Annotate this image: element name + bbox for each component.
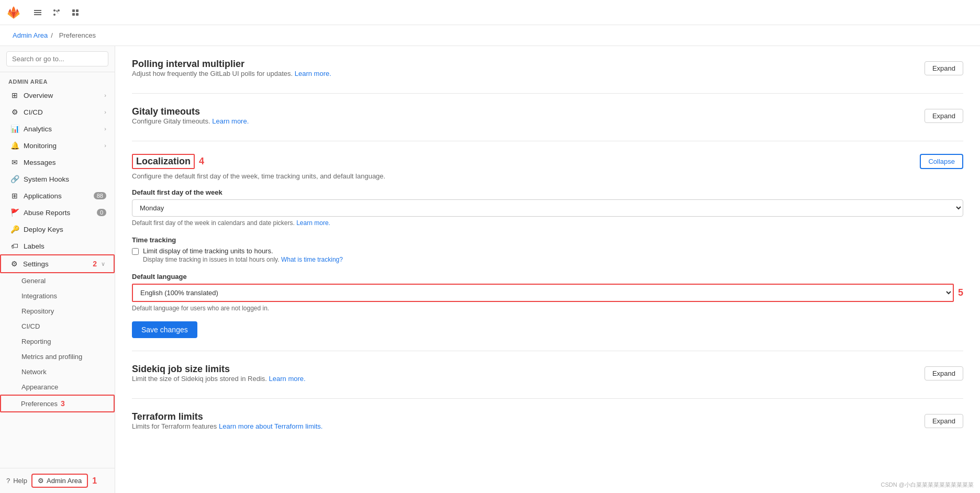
save-changes-btn[interactable]: Save changes — [132, 321, 197, 338]
sidebar-sub-network[interactable]: Network — [0, 364, 115, 379]
search-input[interactable] — [6, 51, 108, 66]
gitaly-title-group: Gitaly timeouts Configure Gitaly timeout… — [132, 106, 249, 125]
svg-rect-0 — [34, 10, 41, 11]
sidebar-item-overview[interactable]: ⊞ Overview › — [0, 87, 115, 104]
svg-rect-8 — [72, 13, 75, 16]
polling-expand-btn[interactable]: Expand — [925, 61, 963, 75]
svg-rect-2 — [34, 14, 41, 15]
default-lang-label: Default language — [132, 273, 963, 281]
sidebar-settings-label: Settings — [23, 260, 88, 268]
sidebar-item-cicd[interactable]: ⚙ CI/CD › — [0, 104, 115, 120]
sidebar-sub-appearance[interactable]: Appearance — [0, 379, 115, 395]
polling-title: Polling interval multiplier — [132, 59, 331, 70]
sidebar-abuse-reports-label: Abuse Reports — [24, 209, 93, 217]
sidebar-item-abuse-reports[interactable]: 🚩 Abuse Reports 0 — [0, 204, 115, 221]
chevron-down-icon: ∨ — [101, 261, 105, 267]
lang-annotation: 5 — [958, 287, 963, 298]
breadcrumb-bar: Admin Area / Preferences — [0, 25, 980, 46]
sidebar-item-monitoring[interactable]: 🔔 Monitoring › — [0, 137, 115, 154]
time-tracking-sub-text: Display time tracking in issues in total… — [143, 256, 280, 263]
sidebar-item-analytics[interactable]: 📊 Analytics › — [0, 120, 115, 137]
terraform-section: Terraform limits Limits for Terraform fe… — [132, 411, 963, 446]
default-lang-select[interactable]: English (100% translated) Arabic Chinese… — [132, 284, 954, 302]
terraform-expand-btn[interactable]: Expand — [925, 414, 963, 428]
sidebar-labels-label: Labels — [24, 242, 106, 250]
gitaly-desc: Configure Gitaly timeouts. Learn more. — [132, 117, 249, 125]
sidebar-item-applications[interactable]: ⊞ Applications 88 — [0, 187, 115, 204]
sidebar-sub-integrations[interactable]: Integrations — [0, 288, 115, 304]
sidebar-item-messages[interactable]: ✉ Messages — [0, 154, 115, 171]
sidebar-sub-preferences[interactable]: Preferences 3 — [0, 395, 115, 412]
deploy-keys-icon: 🔑 — [10, 225, 19, 233]
main-content: Polling interval multiplier Adjust how f… — [115, 46, 980, 493]
sidekiq-section: Sidekiq job size limits Limit the size o… — [132, 364, 963, 399]
first-day-learn-more[interactable]: Learn more. — [296, 219, 330, 227]
sidebar-footer: ? Help ⚙ Admin Area 1 — [0, 468, 115, 493]
sidekiq-expand-btn[interactable]: Expand — [925, 366, 963, 380]
first-day-select[interactable]: Monday Sunday Saturday — [132, 199, 963, 217]
sidekiq-desc-text: Limit the size of Sidekiq jobs stored in… — [132, 375, 267, 383]
help-link[interactable]: ? Help — [6, 477, 27, 485]
svg-rect-7 — [76, 9, 79, 12]
admin-area-label: Admin Area — [47, 477, 82, 485]
sidebar-item-system-hooks[interactable]: 🔗 System Hooks — [0, 171, 115, 187]
sidebar-item-deploy-keys[interactable]: 🔑 Deploy Keys — [0, 221, 115, 238]
top-bar — [0, 0, 980, 25]
terraform-header: Terraform limits Limits for Terraform fe… — [132, 411, 963, 430]
time-tracking-checkbox[interactable] — [132, 248, 139, 255]
sidebar-sub-cicd[interactable]: CI/CD — [0, 319, 115, 334]
chevron-icon: › — [104, 142, 106, 149]
polling-section: Polling interval multiplier Adjust how f… — [132, 59, 963, 94]
sidekiq-header: Sidekiq job size limits Limit the size o… — [132, 364, 963, 383]
settings-annotation: 2 — [93, 260, 97, 268]
gitaly-expand-btn[interactable]: Expand — [925, 109, 963, 123]
sidebar-sub-metrics[interactable]: Metrics and profiling — [0, 349, 115, 364]
gitaly-learn-more[interactable]: Learn more. — [212, 117, 249, 125]
merge-requests-btn[interactable] — [48, 4, 65, 21]
chevron-icon: › — [104, 126, 106, 132]
top-bar-icons — [29, 4, 84, 21]
issues-btn[interactable] — [67, 4, 84, 21]
applications-icon: ⊞ — [10, 192, 19, 200]
sidebar-toggle-btn[interactable] — [29, 4, 46, 21]
polling-learn-more[interactable]: Learn more. — [295, 70, 331, 77]
chevron-icon: › — [104, 92, 106, 98]
sidekiq-title-group: Sidekiq job size limits Limit the size o… — [132, 364, 306, 383]
labels-icon: 🏷 — [10, 242, 19, 250]
sidekiq-title: Sidekiq job size limits — [132, 364, 306, 375]
time-tracking-link[interactable]: What is time tracking? — [281, 256, 343, 263]
sidebar-sub-reporting[interactable]: Reporting — [0, 334, 115, 349]
polling-desc-text: Adjust how frequently the GitLab UI poll… — [132, 70, 293, 77]
chevron-icon: › — [104, 109, 106, 115]
sidebar-applications-label: Applications — [24, 192, 90, 200]
messages-icon: ✉ — [10, 158, 19, 166]
time-tracking-text: Limit display of time tracking units to … — [143, 247, 343, 263]
sidebar-deploy-keys-label: Deploy Keys — [24, 226, 106, 233]
localization-collapse-btn[interactable]: Collapse — [920, 154, 963, 169]
svg-rect-9 — [76, 13, 79, 16]
preferences-label: Preferences — [21, 400, 58, 408]
sidebar-system-hooks-label: System Hooks — [24, 175, 106, 183]
watermark: CSDN @小白菜菜菜菜菜菜菜菜菜菜 — [881, 481, 974, 489]
gitlab-logo — [6, 5, 21, 20]
breadcrumb-parent[interactable]: Admin Area — [13, 31, 48, 39]
sidebar-item-settings[interactable]: ⚙ Settings 2 ∨ — [0, 254, 115, 273]
time-tracking-checkbox-label: Limit display of time tracking units to … — [143, 247, 343, 255]
terraform-desc-text: Limits for Terraform features — [132, 422, 217, 430]
analytics-icon: 📊 — [10, 125, 19, 133]
first-day-hint-text: Default first day of the week in calenda… — [132, 219, 295, 227]
sidebar-sub-repository[interactable]: Repository — [0, 304, 115, 319]
system-hooks-icon: 🔗 — [10, 175, 19, 183]
terraform-learn-more[interactable]: Learn more about Terraform limits. — [219, 422, 322, 430]
admin-area-label: Admin Area — [0, 72, 115, 87]
localization-section: Localization 4 Collapse Configure the de… — [132, 154, 963, 351]
sidebar-sub-general[interactable]: General — [0, 273, 115, 288]
admin-area-button[interactable]: ⚙ Admin Area — [31, 474, 88, 488]
abuse-reports-icon: 🚩 — [10, 208, 19, 217]
sidebar-item-labels[interactable]: 🏷 Labels — [0, 238, 115, 254]
time-tracking-checkbox-group: Limit display of time tracking units to … — [132, 247, 963, 263]
sidebar-monitoring-label: Monitoring — [24, 142, 100, 150]
default-lang-hint: Default language for users who are not l… — [132, 305, 963, 312]
sidekiq-learn-more[interactable]: Learn more. — [269, 375, 306, 383]
default-lang-group: Default language English (100% translate… — [132, 273, 963, 312]
